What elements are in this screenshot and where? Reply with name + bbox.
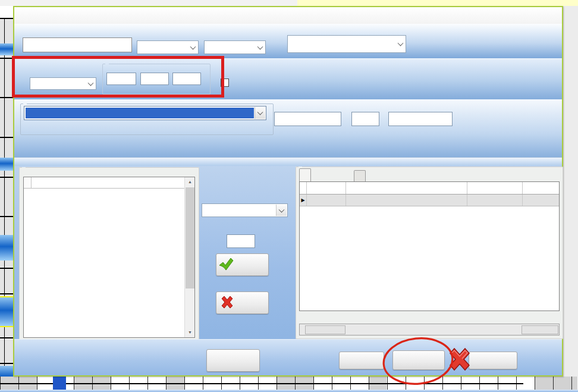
col-valor-unitario [467, 182, 523, 194]
llegada-combobox[interactable] [137, 40, 199, 54]
scrollbar-thumb[interactable] [186, 187, 194, 288]
annotation-red-rectangle [12, 56, 224, 98]
col-cantidad [307, 182, 346, 194]
dialog-footer [14, 339, 562, 375]
items-table-header [300, 182, 559, 195]
tab-paquetes-ninos[interactable] [354, 170, 366, 181]
paquete-valor-input[interactable] [388, 112, 453, 126]
background-bottom-grid [0, 377, 578, 392]
footer-total [522, 325, 558, 334]
reservation-header-section [14, 24, 562, 58]
descuento-input[interactable] [274, 112, 341, 126]
chevron-down-icon [398, 40, 404, 46]
scroll-down-icon[interactable]: ▼ [185, 328, 195, 337]
background-column-header [0, 0, 578, 6]
background-cell-da [0, 235, 13, 261]
cargos-section: ▲ ▼ [14, 166, 562, 339]
chevron-down-icon [190, 43, 196, 49]
paquete-venta-groupbox [20, 104, 274, 135]
cancelar-button[interactable] [469, 352, 517, 369]
cantidad-input[interactable] [227, 234, 255, 248]
imprimir-alimentacion-button[interactable] [206, 349, 260, 372]
listado-articulos-groupbox: ▲ ▼ [19, 167, 199, 340]
salida-combobox[interactable] [204, 40, 266, 54]
items-paquete-groupbox: ▶ [296, 167, 563, 339]
articulos-listbox[interactable]: ▲ ▼ [23, 177, 195, 338]
paquete-venta-combobox[interactable] [24, 106, 266, 120]
check-icon [218, 257, 234, 273]
selected-row-marker-icon: ▶ [300, 195, 307, 206]
col-item [346, 182, 467, 194]
row-marker-header [24, 177, 32, 188]
anterior-button[interactable] [339, 352, 384, 369]
tab-paquete-adultos[interactable] [299, 168, 311, 181]
cargos-por-persona-bar [14, 157, 562, 166]
pct-input[interactable] [351, 112, 379, 126]
eliminar-item-button[interactable] [216, 291, 269, 314]
paquete-selected-option [26, 108, 254, 118]
col-total [523, 182, 559, 194]
numero-input[interactable] [23, 37, 132, 52]
items-table[interactable]: ▶ [299, 181, 560, 311]
list-scrollbar[interactable]: ▲ ▼ [184, 177, 194, 337]
adicionar-item-button[interactable] [216, 253, 269, 276]
footer-cantidad-total [305, 325, 345, 334]
descargar-inventario-combobox[interactable] [202, 203, 288, 217]
background-right-area [563, 6, 578, 392]
x-icon [219, 295, 235, 311]
background-left-grid [0, 6, 13, 392]
scroll-up-icon[interactable]: ▲ [185, 177, 195, 187]
table-row[interactable]: ▶ [300, 195, 559, 206]
items-table-footer [299, 324, 560, 335]
dialog-title-bar[interactable] [14, 7, 562, 24]
nombre-column-header [32, 177, 184, 188]
habitacion-combobox[interactable] [287, 35, 406, 53]
list-header-row [24, 177, 184, 189]
annotation-red-circle [381, 335, 457, 388]
chevron-down-icon [257, 43, 263, 49]
paquete-section [14, 99, 562, 157]
